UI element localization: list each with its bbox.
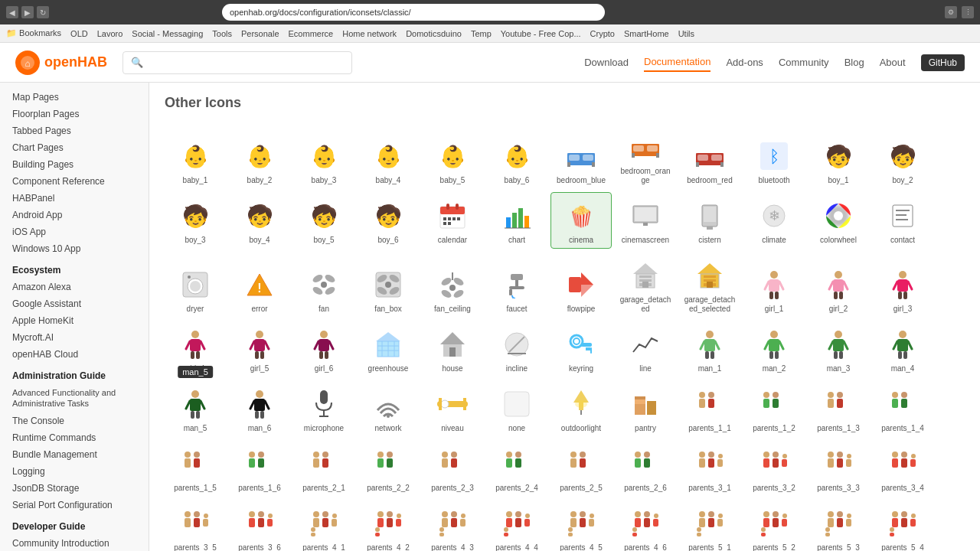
back-button[interactable]: ◀ bbox=[6, 6, 18, 18]
icon-item-incline[interactable]: incline bbox=[486, 321, 547, 377]
logo[interactable]: ⌂ openHAB bbox=[15, 51, 107, 75]
icon-item-baby_4[interactable]: 👶baby_4 bbox=[358, 123, 419, 189]
icon-item-parents_1_2[interactable]: parents_1_2 bbox=[743, 380, 805, 437]
icon-item-faucet[interactable]: faucet bbox=[486, 252, 547, 318]
icon-item-parents_2_6[interactable]: parents_2_6 bbox=[615, 440, 676, 497]
sidebar-item-jsondb[interactable]: JsonDB Storage bbox=[0, 480, 149, 497]
bookmark-ecommerce[interactable]: Ecommerce bbox=[289, 29, 334, 38]
icon-item-dryer[interactable]: dryer bbox=[165, 252, 226, 318]
icon-item-bedroom_red[interactable]: bedroom_red bbox=[679, 123, 740, 189]
sidebar-item-habpanel[interactable]: HABPanel bbox=[0, 190, 149, 207]
extensions-icon[interactable]: ⚙ bbox=[945, 6, 957, 18]
bookmark-utils[interactable]: Utils bbox=[678, 29, 694, 38]
icon-item-man_2[interactable]: man_2 bbox=[743, 321, 805, 377]
icon-item-girl_5[interactable]: girl_5 bbox=[229, 321, 290, 377]
icon-item-baby_6[interactable]: 👶baby_6 bbox=[486, 123, 547, 189]
search-input[interactable] bbox=[122, 51, 352, 74]
sidebar-item-cloud[interactable]: openHAB Cloud bbox=[0, 346, 149, 363]
icon-item-parents_1_6[interactable]: parents_1_6 bbox=[229, 440, 290, 497]
sidebar-item-android[interactable]: Android App bbox=[0, 207, 149, 223]
bookmark-crypto[interactable]: Crypto bbox=[590, 29, 615, 38]
icon-item-parents_4_5[interactable]: parents_4_5 bbox=[550, 500, 612, 551]
icon-item-parents_2_5[interactable]: parents_2_5 bbox=[550, 440, 612, 497]
icon-item-parents_2_1[interactable]: parents_2_1 bbox=[293, 440, 354, 497]
icon-item-chart[interactable]: chart bbox=[486, 192, 547, 249]
icon-item-cinema[interactable]: 🍿cinema bbox=[550, 192, 612, 249]
icon-item-garage_detached[interactable]: garage_detached bbox=[615, 252, 676, 318]
icon-item-parents_5_3[interactable]: parents_5_3 bbox=[808, 500, 869, 551]
icon-item-parents_4_6[interactable]: parents_4_6 bbox=[615, 500, 676, 551]
icon-item-none[interactable]: none bbox=[486, 380, 547, 437]
icon-item-fan_ceiling[interactable]: fan_ceiling bbox=[422, 252, 483, 318]
icon-item-girl_3[interactable]: girl_3 bbox=[872, 252, 933, 318]
reload-button[interactable]: ↻ bbox=[37, 6, 49, 18]
icon-item-bedroom_orange[interactable]: bedroom_orange bbox=[615, 123, 676, 189]
sidebar-item-floorplan-pages[interactable]: Floorplan Pages bbox=[0, 106, 149, 122]
icon-item-parents_4_3[interactable]: parents_4_3 bbox=[422, 500, 483, 551]
icon-item-parents_4_1[interactable]: parents_4_1 bbox=[293, 500, 354, 551]
icon-item-parents_3_1[interactable]: parents_3_1 bbox=[679, 440, 740, 497]
icon-item-boy_3[interactable]: 🧒boy_3 bbox=[165, 192, 226, 249]
sidebar-item-mycroft[interactable]: Mycroft.AI bbox=[0, 329, 149, 346]
icon-item-man_3[interactable]: man_3 bbox=[808, 321, 869, 377]
icon-item-girl_4[interactable]: girl_4 bbox=[165, 321, 226, 377]
icon-item-greenhouse[interactable]: greenhouse bbox=[358, 321, 419, 377]
sidebar-item-homekit[interactable]: Apple HomeKit bbox=[0, 312, 149, 329]
sidebar-item-logging[interactable]: Logging bbox=[0, 463, 149, 480]
sidebar-item-building-pages[interactable]: Building Pages bbox=[0, 156, 149, 173]
icon-item-bedroom_blue[interactable]: bedroom_blue bbox=[550, 123, 612, 189]
bookmark-home[interactable]: Home network bbox=[342, 29, 397, 38]
sidebar-item-chart-pages[interactable]: Chart Pages bbox=[0, 139, 149, 156]
icon-item-parents_1_5[interactable]: parents_1_5 bbox=[165, 440, 226, 497]
icon-item-girl_6[interactable]: girl_6 bbox=[293, 321, 354, 377]
icon-item-baby_3[interactable]: 👶baby_3 bbox=[293, 123, 354, 189]
icon-item-cinemascreen[interactable]: cinemascreen bbox=[615, 192, 676, 249]
bookmark-temp[interactable]: Temp bbox=[471, 29, 492, 38]
icon-item-pantry[interactable]: pantry bbox=[615, 380, 676, 437]
icon-item-keyring[interactable]: keyring bbox=[550, 321, 612, 377]
bookmark-tools[interactable]: Tools bbox=[212, 29, 232, 38]
icon-item-microphone[interactable]: microphone bbox=[293, 380, 354, 437]
sidebar-item-ios[interactable]: iOS App bbox=[0, 223, 149, 240]
icon-item-garage_detached_selected[interactable]: garage_detached_selected bbox=[679, 252, 740, 318]
icon-item-line[interactable]: line bbox=[615, 321, 676, 377]
bookmark-personale[interactable]: Personale bbox=[241, 29, 279, 38]
icon-item-parents_2_4[interactable]: parents_2_4 bbox=[486, 440, 547, 497]
icon-item-parents_1_1[interactable]: parents_1_1 bbox=[679, 380, 740, 437]
sidebar-item-tabbed-pages[interactable]: Tabbed Pages bbox=[0, 122, 149, 139]
sidebar-item-serial[interactable]: Serial Port Configuration bbox=[0, 497, 149, 514]
icon-item-house[interactable]: house bbox=[422, 321, 483, 377]
sidebar-item-advanced[interactable]: Advanced Functionality and Administrativ… bbox=[0, 384, 149, 412]
address-bar[interactable]: openhab.org/docs/configuration/iconsets/… bbox=[222, 4, 605, 21]
icon-item-boy_1[interactable]: 🧒boy_1 bbox=[808, 123, 869, 189]
icon-item-baby_1[interactable]: 👶baby_1 bbox=[165, 123, 226, 189]
nav-github[interactable]: GitHub bbox=[921, 54, 965, 71]
icon-item-cistern[interactable]: cistern bbox=[679, 192, 740, 249]
icon-item-fan[interactable]: fan bbox=[293, 252, 354, 318]
sidebar-item-runtime[interactable]: Runtime Commands bbox=[0, 429, 149, 446]
icon-item-parents_5_2[interactable]: parents_5_2 bbox=[743, 500, 805, 551]
icon-item-parents_3_6[interactable]: parents_3_6 bbox=[229, 500, 290, 551]
icon-item-parents_5_4[interactable]: parents_5_4 bbox=[872, 500, 933, 551]
menu-icon[interactable]: ⋮ bbox=[962, 6, 974, 18]
icon-item-parents_3_4[interactable]: parents_3_4 bbox=[872, 440, 933, 497]
bookmark-smarthome[interactable]: SmartHome bbox=[624, 29, 669, 38]
nav-about[interactable]: About bbox=[880, 54, 906, 71]
icon-item-fan_box[interactable]: fan_box bbox=[358, 252, 419, 318]
icon-item-girl_2[interactable]: girl_2 bbox=[808, 252, 869, 318]
bookmark-lavoro[interactable]: Lavoro bbox=[97, 29, 123, 38]
sidebar-item-component-reference[interactable]: Component Reference bbox=[0, 173, 149, 190]
icon-item-error[interactable]: !error bbox=[229, 252, 290, 318]
sidebar-item-community-intro[interactable]: Community Introduction bbox=[0, 535, 149, 551]
icon-item-parents_3_5[interactable]: parents_3_5 bbox=[165, 500, 226, 551]
nav-documentation[interactable]: Documentation bbox=[644, 53, 710, 72]
icon-item-bluetooth[interactable]: ᛒbluetooth bbox=[743, 123, 805, 189]
bookmark-bookmarks[interactable]: 📁 Bookmarks bbox=[6, 28, 61, 38]
bookmark-old[interactable]: OLD bbox=[70, 29, 88, 38]
bookmark-domotics[interactable]: Domoticsduino bbox=[406, 29, 462, 38]
nav-community[interactable]: Community bbox=[779, 54, 829, 71]
nav-blog[interactable]: Blog bbox=[844, 54, 864, 71]
forward-button[interactable]: ▶ bbox=[21, 6, 34, 18]
icon-item-network[interactable]: network bbox=[358, 380, 419, 437]
icon-item-man_5[interactable]: man_5man_5 bbox=[165, 380, 226, 437]
